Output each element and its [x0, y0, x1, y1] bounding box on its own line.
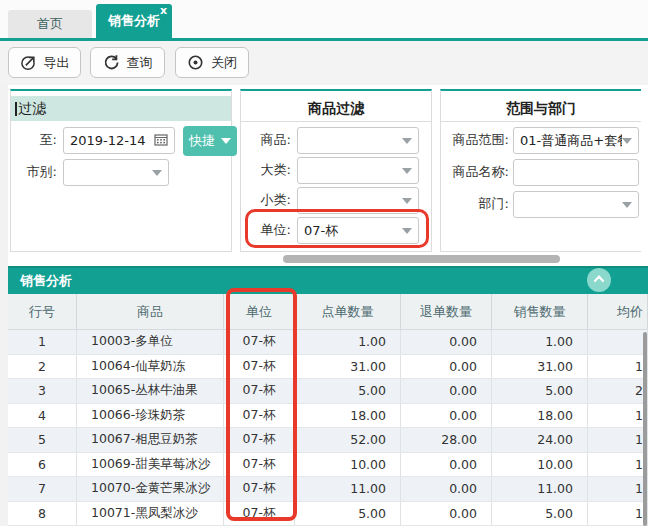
tab-home[interactable]: 首页: [8, 10, 92, 38]
chevron-down-icon: [622, 138, 632, 144]
horizontal-scrollbar[interactable]: [283, 255, 560, 263]
cell-product: 10069-甜美草莓冰沙: [77, 453, 224, 477]
department-label: 部门:: [443, 191, 509, 217]
unit-select[interactable]: 07-杯: [297, 217, 419, 244]
tab-home-label: 首页: [37, 15, 63, 33]
refresh-icon: [103, 54, 120, 71]
chevron-down-icon: [402, 228, 412, 234]
table-row[interactable]: 410066-珍珠奶茶07-杯18.000.0018.001: [8, 404, 648, 429]
cell-avg-price: 1: [588, 428, 648, 452]
clipped-glyph: [15, 102, 17, 116]
column-header-row-no[interactable]: 行号: [8, 294, 77, 329]
to-label: 至:: [25, 127, 57, 153]
export-icon: [20, 54, 37, 71]
cell-ordered-qty: 52.00: [295, 428, 401, 452]
cell-avg-price: 1: [588, 502, 648, 526]
column-header-ordered-qty[interactable]: 点单数量: [295, 294, 401, 329]
cell-product: 10003-多单位: [77, 330, 224, 354]
column-header-returned-qty[interactable]: 退单数量: [401, 294, 492, 329]
quick-button[interactable]: 快捷: [183, 126, 237, 156]
query-button[interactable]: 查询: [90, 47, 165, 78]
cell-row-no: 5: [8, 428, 77, 452]
filter-panel: 过滤 至: 2019-12-14 快捷 市别:: [10, 89, 232, 252]
cell-avg-price: 1: [588, 477, 648, 501]
quick-label: 快捷: [189, 132, 215, 150]
cell-unit: 07-杯: [224, 453, 295, 477]
tab-close-icon[interactable]: x: [160, 5, 167, 17]
cell-product: 10066-珍珠奶茶: [77, 404, 224, 428]
cell-avg-price: [588, 330, 648, 354]
cell-product: 10064-仙草奶冻: [77, 355, 224, 379]
column-header-avg-price[interactable]: 均价: [588, 294, 648, 329]
table-row[interactable]: 710070-金黄芒果冰沙07-杯11.000.0011.001: [8, 477, 648, 502]
product-range-select[interactable]: 01-普通商品+套餐: [513, 127, 639, 154]
vertical-scrollbar[interactable]: [643, 332, 647, 526]
toolbar: 导出 查询 关闭: [0, 41, 648, 85]
chevron-down-icon: [221, 138, 231, 144]
column-header-sold-qty[interactable]: 销售数量: [492, 294, 588, 329]
cell-product: 10067-相思豆奶茶: [77, 428, 224, 452]
collapse-button[interactable]: [587, 268, 611, 292]
cell-returned-qty: 0.00: [401, 330, 492, 354]
cell-ordered-qty: 18.00: [295, 404, 401, 428]
cell-row-no: 2: [8, 355, 77, 379]
cell-returned-qty: 28.00: [401, 428, 492, 452]
product-filter-panel: 商品过滤 商品: 大类: 小类: 单位: 07-杯: [240, 89, 432, 252]
cell-ordered-qty: 1.00: [295, 330, 401, 354]
cell-sold-qty: 1.00: [492, 330, 588, 354]
product-range-label: 商品范围:: [443, 127, 509, 153]
cell-sold-qty: 18.00: [492, 404, 588, 428]
range-panel-title: 范围与部门: [441, 96, 641, 122]
column-header-unit[interactable]: 单位: [224, 294, 295, 329]
calendar-icon[interactable]: [154, 133, 168, 149]
sales-table-body: 110003-多单位07-杯1.000.001.00210064-仙草奶冻07-…: [8, 330, 648, 526]
cell-row-no: 6: [8, 453, 77, 477]
column-header-product[interactable]: 商品: [77, 294, 224, 329]
cell-row-no: 1: [8, 330, 77, 354]
subcategory-select[interactable]: [297, 187, 419, 214]
export-button[interactable]: 导出: [8, 47, 81, 78]
table-row[interactable]: 110003-多单位07-杯1.000.001.00: [8, 330, 648, 355]
date-to-value: 2019-12-14: [70, 133, 146, 148]
cell-unit: 07-杯: [224, 355, 295, 379]
table-row[interactable]: 610069-甜美草莓冰沙07-杯10.000.0010.001: [8, 453, 648, 478]
cell-ordered-qty: 10.00: [295, 453, 401, 477]
filter-panel-title: 过滤: [18, 100, 46, 118]
cell-returned-qty: 0.00: [401, 404, 492, 428]
chevron-down-icon: [402, 168, 412, 174]
market-select[interactable]: [63, 159, 169, 186]
stop-circle-icon: [187, 54, 204, 71]
table-row[interactable]: 510067-相思豆奶茶07-杯52.0028.0024.001: [8, 428, 648, 453]
product-select[interactable]: [297, 127, 419, 154]
market-label: 市别:: [19, 159, 57, 185]
close-button[interactable]: 关闭: [175, 47, 249, 78]
cell-returned-qty: 0.00: [401, 502, 492, 526]
cell-returned-qty: 0.00: [401, 477, 492, 501]
cell-unit: 07-杯: [224, 404, 295, 428]
table-row[interactable]: 810071-黑凤梨冰沙07-杯5.000.005.001: [8, 502, 648, 526]
cell-unit: 07-杯: [224, 428, 295, 452]
product-name-input[interactable]: [513, 159, 639, 186]
cell-returned-qty: 0.00: [401, 453, 492, 477]
cell-returned-qty: 0.00: [401, 355, 492, 379]
sales-table-panel: 销售分析 行号商品单位点单数量退单数量销售数量均价 110003-多单位07-杯…: [8, 266, 648, 526]
export-label: 导出: [44, 54, 70, 72]
table-row[interactable]: 210064-仙草奶冻07-杯31.000.0031.001: [8, 355, 648, 380]
department-select[interactable]: [513, 191, 639, 218]
table-row[interactable]: 310065-丛林牛油果07-杯5.000.005.002: [8, 379, 648, 404]
product-filter-title: 商品过滤: [241, 96, 431, 122]
cell-unit: 07-杯: [224, 477, 295, 501]
unit-value: 07-杯: [304, 222, 338, 240]
tab-sales-analysis[interactable]: 销售分析 x: [96, 4, 172, 38]
chevron-up-icon: [591, 271, 607, 290]
date-to-input[interactable]: 2019-12-14: [63, 127, 175, 154]
cell-unit: 07-杯: [224, 379, 295, 403]
cell-ordered-qty: 31.00: [295, 355, 401, 379]
cell-sold-qty: 10.00: [492, 453, 588, 477]
cell-avg-price: 2: [588, 379, 648, 403]
product-label: 商品:: [247, 127, 291, 153]
category-select[interactable]: [297, 157, 419, 184]
table-title: 销售分析: [20, 272, 72, 290]
cell-unit: 07-杯: [224, 502, 295, 526]
query-label: 查询: [127, 54, 153, 72]
